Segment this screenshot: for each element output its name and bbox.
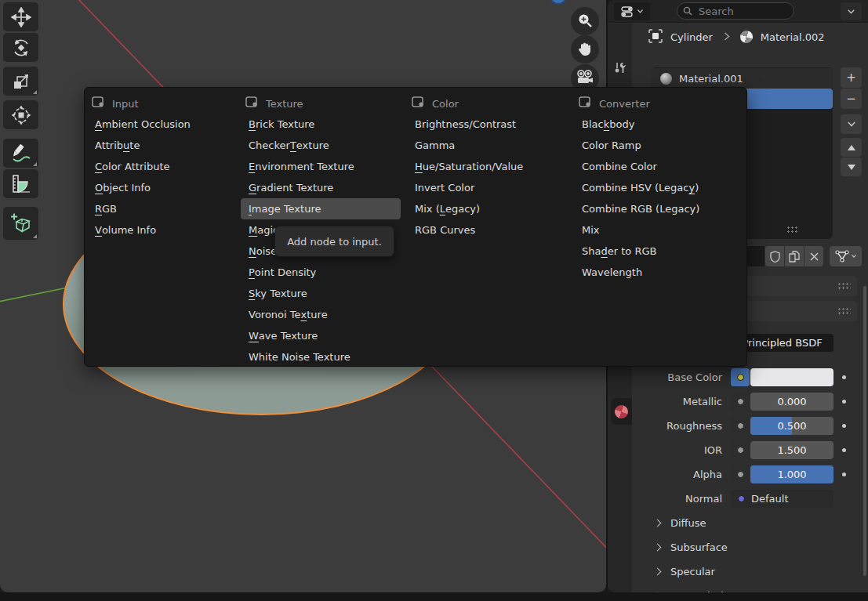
input-label-alpha: Alpha (634, 465, 722, 483)
menu-item-voronoi-texture[interactable]: Voronoi Texture (241, 304, 401, 325)
menu-item-combine-hsv-legacy-[interactable]: Combine HSV (Legacy) (574, 177, 743, 198)
menu-item-environment-texture[interactable]: Environment Texture (241, 156, 401, 177)
menu-item-attribute[interactable]: Attribute (87, 135, 238, 156)
unlink-material-button[interactable] (804, 246, 823, 266)
menu-item-white-noise-texture[interactable]: White Noise Texture (241, 346, 401, 367)
input-label-metallic: Metallic (634, 393, 722, 411)
accelerator-letter: E (249, 161, 255, 172)
menu-item-brick-texture[interactable]: Brick Texture (241, 114, 401, 135)
menu-item-image-texture[interactable]: Image Texture (241, 198, 401, 219)
blender-window: Cylinder Material.002 Material.001 +− (0, 0, 868, 601)
menu-item-point-density[interactable]: Point Density (241, 262, 401, 283)
slider-alpha[interactable]: 1.000 (750, 465, 833, 483)
menu-item-gradient-texture[interactable]: Gradient Texture (241, 177, 401, 198)
tab-tool[interactable] (611, 58, 630, 77)
menu-item-color-attribute[interactable]: Color Attribute (87, 156, 238, 177)
accelerator-letter: N (249, 245, 256, 257)
menu-item-wavelength[interactable]: Wavelength (574, 262, 743, 283)
node-dropdown-button[interactable] (830, 246, 862, 266)
measure-icon (11, 174, 31, 194)
tool-rotate-button[interactable] (3, 33, 38, 62)
slider-roughness[interactable]: 0.500 (750, 417, 833, 435)
slider-metallic[interactable]: 0.000 (750, 393, 833, 411)
accelerator-letter: x (301, 309, 307, 320)
menu-item-blackbody[interactable]: Blackbody (574, 114, 743, 135)
menu-item-mix-legacy-[interactable]: Mix (Legacy) (407, 198, 568, 219)
menu-header-label: Texture (266, 98, 303, 110)
socket-roughness[interactable] (731, 417, 750, 435)
viewport-zoom-button[interactable] (571, 7, 599, 35)
subpanel-diffuse[interactable]: Diffuse (655, 514, 706, 531)
base-color-swatch[interactable] (750, 368, 833, 386)
breadcrumb-object[interactable]: Cylinder (670, 31, 713, 43)
tab-material-active[interactable] (611, 398, 632, 425)
chevron-down-icon (637, 9, 643, 13)
accelerator-letter: A (95, 118, 102, 130)
duplicate-material-button[interactable] (785, 246, 804, 266)
animate-dot[interactable] (842, 472, 846, 476)
search-input[interactable] (697, 5, 783, 18)
add-slot-button[interactable]: + (841, 67, 862, 88)
menu-item-ambient-occlusion[interactable]: Ambient Occlusion (87, 114, 238, 135)
menu-item-object-info[interactable]: Object Info (87, 177, 238, 198)
header-menu-button[interactable] (841, 2, 862, 20)
animate-dot[interactable] (842, 400, 846, 404)
tool-annotate-button[interactable] (3, 139, 38, 168)
panel-drag-grip[interactable] (837, 282, 851, 291)
subpanel-subsurface[interactable]: Subsurface (655, 538, 728, 556)
menu-item-volume-info[interactable]: Volume Info (87, 219, 238, 241)
editor-type-dropdown[interactable] (614, 2, 650, 20)
subpanel-specular[interactable]: Specular (655, 563, 715, 580)
animate-dot[interactable] (842, 375, 846, 379)
menu-item-wave-texture[interactable]: Wave Texture (241, 325, 401, 346)
socket-alpha[interactable] (731, 465, 750, 483)
panel-drag-grip[interactable] (837, 307, 851, 316)
menu-item-rgb[interactable]: RGB (87, 198, 238, 219)
fake-user-button[interactable] (765, 246, 784, 266)
scrollbar-thumb[interactable] (863, 286, 866, 576)
pan-icon (578, 41, 593, 59)
chevron-right-icon (654, 543, 662, 551)
menu-item-rgb-curves[interactable]: RGB Curves (407, 219, 568, 241)
move-slot-up-button[interactable] (841, 138, 862, 157)
menu-item-combine-rgb-legacy-[interactable]: Combine RGB (Legacy) (574, 198, 743, 219)
tool-transform-button[interactable] (3, 100, 38, 129)
slider-value: 1.000 (777, 469, 806, 480)
shield-icon (770, 251, 780, 262)
menu-item-brightness-contrast[interactable]: Brightness/Contrast (407, 114, 568, 135)
menu-item-mix[interactable]: Mix (574, 219, 743, 241)
list-resize-grip[interactable] (786, 226, 797, 233)
menu-column-input: InputAmbient OcclusionAttributeColor Att… (87, 93, 238, 241)
menu-item-checker-texture[interactable]: Checker Texture (241, 135, 401, 156)
socket-ior[interactable] (731, 441, 750, 459)
tool-scale-button[interactable] (3, 67, 38, 96)
close-icon (810, 252, 819, 261)
remove-slot-button[interactable]: − (841, 89, 862, 109)
menu-item-sky-texture[interactable]: Sky Texture (241, 283, 401, 304)
animate-dot[interactable] (842, 448, 846, 452)
normal-dropdown[interactable]: Default (731, 490, 833, 508)
socket-base-color[interactable] (731, 368, 750, 386)
menu-item-combine-color[interactable]: Combine Color (574, 156, 743, 177)
menu-item-color-ramp[interactable]: Color Ramp (574, 135, 743, 156)
tool-add-cube-button[interactable] (3, 207, 38, 240)
input-label-ior: IOR (634, 441, 722, 459)
tool-move-button[interactable] (3, 2, 38, 31)
tool-measure-button[interactable] (3, 169, 38, 198)
menu-item-shader-to-rgb[interactable]: Shader to RGB (574, 241, 743, 262)
socket-metallic[interactable] (731, 393, 750, 411)
material-slot-row[interactable]: Material.001 (651, 68, 833, 89)
viewport-pan-button[interactable] (571, 35, 599, 63)
subpanel-transmission[interactable]: Transmission (655, 587, 736, 592)
animate-dot[interactable] (842, 424, 846, 428)
menu-item-gamma[interactable]: Gamma (407, 135, 568, 156)
breadcrumb-material[interactable]: Material.002 (761, 31, 825, 43)
slider-ior[interactable]: 1.500 (750, 441, 833, 459)
move-slot-down-button[interactable] (841, 157, 862, 176)
camera-icon (576, 69, 594, 88)
menu-item-invert-color[interactable]: Invert Color (407, 177, 568, 198)
menu-column-converter: ConverterBlackbodyColor RampCombine Colo… (574, 93, 743, 283)
search-field[interactable] (677, 2, 794, 20)
slot-specials-button[interactable] (841, 114, 862, 134)
menu-item-hue-saturation-value[interactable]: Hue/Saturation/Value (407, 156, 568, 177)
